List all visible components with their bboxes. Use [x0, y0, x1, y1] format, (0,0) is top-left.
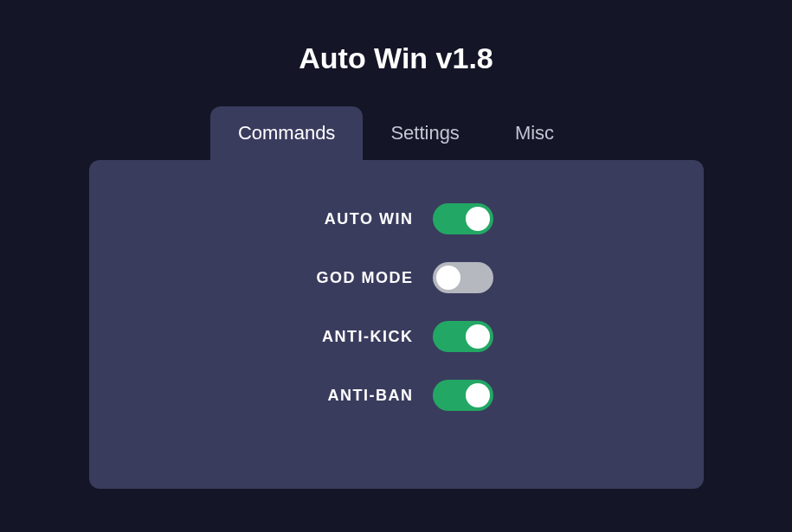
toggle-row-anti-ban: ANTI-BAN — [241, 380, 552, 411]
app-title: Auto Win v1.8 — [299, 42, 493, 75]
toggle-label-anti-ban: ANTI-BAN — [241, 387, 414, 405]
toggle-label-anti-kick: ANTI-KICK — [241, 328, 414, 346]
toggle-anti-kick[interactable] — [433, 321, 493, 352]
toggle-knob — [436, 266, 460, 290]
toggle-row-anti-kick: ANTI-KICK — [241, 321, 552, 352]
toggle-knob — [466, 207, 490, 231]
tab-settings[interactable]: Settings — [363, 106, 487, 160]
toggle-label-auto-win: AUTO WIN — [241, 210, 414, 228]
commands-panel: AUTO WIN GOD MODE ANTI-KICK ANTI-BAN — [89, 160, 704, 489]
toggle-row-god-mode: GOD MODE — [241, 262, 552, 293]
toggle-knob — [466, 324, 490, 349]
toggle-row-auto-win: AUTO WIN — [241, 203, 552, 234]
tab-commands[interactable]: Commands — [210, 106, 363, 160]
toggle-knob — [466, 383, 490, 407]
toggle-god-mode[interactable] — [433, 262, 493, 293]
toggle-anti-ban[interactable] — [433, 380, 493, 411]
toggle-auto-win[interactable] — [433, 203, 493, 234]
toggle-label-god-mode: GOD MODE — [241, 269, 414, 287]
tabs-container: Commands Settings Misc — [210, 106, 582, 160]
tab-misc[interactable]: Misc — [487, 106, 582, 160]
